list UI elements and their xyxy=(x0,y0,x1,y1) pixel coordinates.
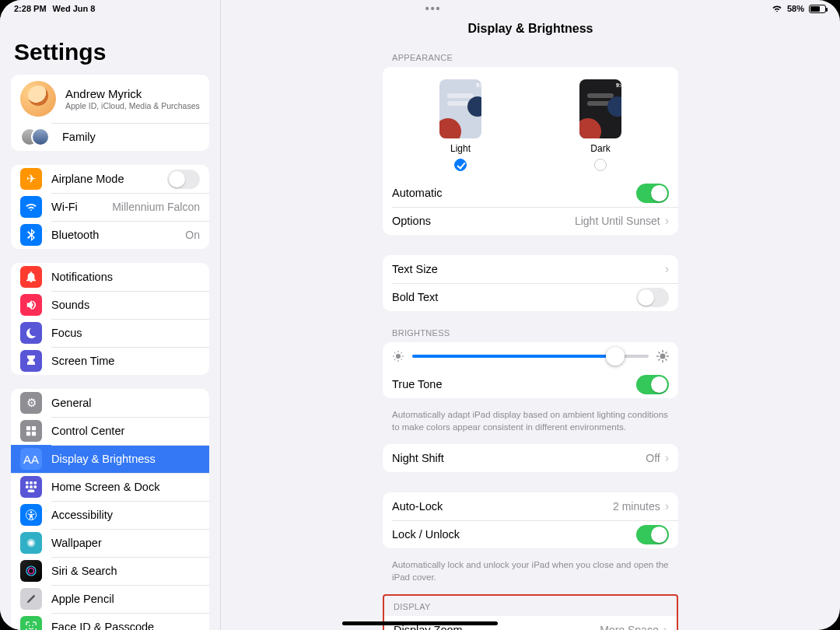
text-size-icon: AA xyxy=(20,448,42,470)
sidebar-item-airplane-mode[interactable]: ✈ Airplane Mode xyxy=(11,165,209,193)
chevron-right-icon: › xyxy=(665,499,669,513)
svg-rect-8 xyxy=(30,485,33,488)
page-title: Display & Brightness xyxy=(221,22,840,36)
display-section-label: DISPLAY xyxy=(384,596,677,616)
light-radio[interactable] xyxy=(454,159,467,171)
sidebar-item-accessibility[interactable]: Accessibility xyxy=(11,501,209,529)
svg-rect-2 xyxy=(26,432,30,436)
pencil-icon xyxy=(20,588,42,610)
brightness-slider-row[interactable] xyxy=(383,342,678,370)
svg-point-15 xyxy=(26,566,36,576)
svg-line-24 xyxy=(394,352,396,354)
auto-lock-row[interactable]: Auto-Lock 2 minutes › xyxy=(383,492,678,520)
svg-line-33 xyxy=(659,352,660,354)
svg-rect-9 xyxy=(34,485,37,488)
sidebar-item-face-id[interactable]: Face ID & Passcode xyxy=(11,613,209,630)
airplane-toggle[interactable] xyxy=(167,170,200,189)
automatic-toggle[interactable] xyxy=(636,184,669,203)
svg-rect-6 xyxy=(34,481,37,485)
bell-icon xyxy=(20,266,42,288)
svg-rect-1 xyxy=(32,426,36,430)
sidebar-item-wallpaper[interactable]: Wallpaper xyxy=(11,529,209,557)
sidebar-item-general[interactable]: ⚙ General xyxy=(11,389,209,417)
svg-line-25 xyxy=(401,359,403,361)
home-indicator[interactable] xyxy=(342,621,498,625)
bold-text-toggle[interactable] xyxy=(636,288,669,307)
sidebar-item-notifications[interactable]: Notifications xyxy=(11,263,209,291)
true-tone-footer: Automatically adapt iPad display based o… xyxy=(383,404,678,444)
chevron-right-icon: › xyxy=(665,451,669,465)
true-tone-row[interactable]: True Tone xyxy=(383,370,678,398)
svg-point-18 xyxy=(32,625,33,626)
sidebar-item-wifi[interactable]: Wi-Fi Millennium Falcon xyxy=(11,193,209,221)
options-row[interactable]: Options Light Until Sunset › xyxy=(383,207,678,235)
siri-icon xyxy=(20,560,42,582)
sidebar-item-display-brightness[interactable]: AA Display & Brightness xyxy=(11,445,209,473)
account-row[interactable]: Andrew Myrick Apple ID, iCloud, Media & … xyxy=(11,75,209,123)
svg-rect-3 xyxy=(32,432,36,436)
svg-line-26 xyxy=(394,359,396,361)
account-card: Andrew Myrick Apple ID, iCloud, Media & … xyxy=(11,75,209,151)
accessibility-icon xyxy=(20,504,42,526)
automatic-row[interactable]: Automatic xyxy=(383,179,678,207)
svg-point-12 xyxy=(30,511,33,513)
lock-unlock-footer: Automatically lock and unlock your iPad … xyxy=(383,555,678,594)
night-shift-row[interactable]: Night Shift Off › xyxy=(383,444,678,472)
account-name: Andrew Myrick xyxy=(65,87,200,101)
avatar xyxy=(20,81,56,117)
svg-point-19 xyxy=(396,354,401,359)
wifi-settings-icon xyxy=(20,196,42,218)
speaker-icon xyxy=(20,294,42,316)
bluetooth-icon xyxy=(20,224,42,246)
svg-rect-0 xyxy=(26,426,30,430)
battery-percent: 58% xyxy=(787,4,804,13)
sidebar-item-siri[interactable]: Siri & Search xyxy=(11,557,209,585)
account-sub: Apple ID, iCloud, Media & Purchases xyxy=(65,101,200,111)
grid-icon xyxy=(20,476,42,498)
sidebar-item-home-screen[interactable]: Home Screen & Dock xyxy=(11,473,209,501)
family-avatars-icon xyxy=(20,126,56,148)
status-bar: 2:28 PM Wed Jun 8 ••• 58% xyxy=(0,0,840,17)
status-date: Wed Jun 8 xyxy=(53,4,96,13)
moon-icon xyxy=(20,322,42,344)
sidebar-item-control-center[interactable]: Control Center xyxy=(11,417,209,445)
battery-icon xyxy=(809,5,826,13)
bold-text-row[interactable]: Bold Text xyxy=(383,283,678,311)
sun-min-icon xyxy=(392,350,404,362)
hourglass-icon xyxy=(20,350,42,372)
sidebar-item-bluetooth[interactable]: Bluetooth On xyxy=(11,221,209,249)
svg-point-28 xyxy=(660,354,666,359)
brightness-slider[interactable] xyxy=(412,355,649,358)
sidebar-title: Settings xyxy=(11,39,209,65)
svg-line-27 xyxy=(401,352,403,354)
sidebar-item-sounds[interactable]: Sounds xyxy=(11,291,209,319)
appearance-section-label: APPEARANCE xyxy=(383,53,678,67)
wallpaper-icon xyxy=(20,532,42,554)
svg-line-36 xyxy=(666,352,667,354)
lock-unlock-toggle[interactable] xyxy=(636,525,669,544)
sidebar-item-focus[interactable]: Focus xyxy=(11,319,209,347)
true-tone-toggle[interactable] xyxy=(636,375,669,394)
lock-unlock-row[interactable]: Lock / Unlock xyxy=(383,520,678,548)
svg-rect-10 xyxy=(28,490,35,493)
status-time: 2:28 PM xyxy=(14,4,47,13)
sidebar: Settings Andrew Myrick Apple ID, iCloud,… xyxy=(0,0,221,630)
multitask-dots-icon[interactable]: ••• xyxy=(425,2,442,15)
sidebar-item-screen-time[interactable]: Screen Time xyxy=(11,347,209,375)
svg-point-17 xyxy=(29,625,30,626)
sidebar-item-apple-pencil[interactable]: Apple Pencil xyxy=(11,585,209,613)
appearance-dark[interactable]: 9:41 Dark xyxy=(579,79,621,171)
svg-point-16 xyxy=(29,569,34,574)
svg-line-34 xyxy=(666,359,667,361)
gear-icon: ⚙ xyxy=(20,392,42,414)
chevron-right-icon: › xyxy=(663,623,667,630)
family-row[interactable]: Family xyxy=(11,123,209,151)
svg-rect-5 xyxy=(30,481,33,485)
sliders-icon xyxy=(20,420,42,442)
svg-rect-4 xyxy=(26,481,29,485)
dark-radio[interactable] xyxy=(594,159,607,171)
appearance-light[interactable]: 9:41 Light xyxy=(439,79,481,171)
chevron-right-icon: › xyxy=(665,262,669,276)
text-size-row[interactable]: Text Size › xyxy=(383,255,678,283)
wifi-icon xyxy=(772,5,782,12)
